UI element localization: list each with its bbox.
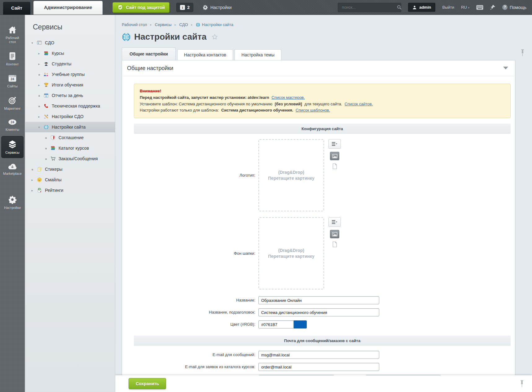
header-bg-dropzone[interactable]: (Drag&Drop) Перетащите картинку [258, 217, 324, 289]
tree-item-ratings[interactable]: Рейтинги [25, 185, 115, 196]
logo-image-button[interactable] [330, 152, 339, 160]
email-messages-input[interactable] [258, 351, 379, 359]
tree-item-students[interactable]: Студенты [25, 59, 115, 69]
rail-item-desktop[interactable]: Рабочий стол [1, 23, 24, 47]
expand-closed-icon[interactable] [37, 83, 41, 87]
chevron-down-icon: ▾ [468, 6, 469, 9]
search-input[interactable] [341, 5, 397, 10]
globe-icon [122, 33, 131, 42]
favorite-star-icon[interactable] [211, 33, 218, 40]
tree-item-study-groups[interactable]: Учебные группы [25, 69, 115, 80]
notification-count: 2 [187, 5, 190, 10]
expand-open-icon[interactable] [30, 41, 34, 45]
settings-tabs: Общие настройки Настройка контактов Наст… [115, 42, 532, 60]
expand-closed-icon[interactable] [30, 189, 34, 192]
settings-form: Внимание! Перед настройкой сайта, запуст… [122, 76, 515, 392]
save-button[interactable]: Сохранить [129, 378, 166, 389]
expand-closed-icon[interactable] [37, 62, 41, 66]
tree-item-agreement[interactable]: Соглашение [25, 132, 115, 143]
notifications-button[interactable]: i 2 [176, 3, 193, 12]
question-icon: ? [502, 5, 508, 10]
tree-item-daily-reports[interactable]: 31 Отчеты за день [25, 90, 115, 101]
rail-item-clients[interactable]: 24 Клиенты [1, 115, 24, 135]
logo-dropzone[interactable]: (Drag&Drop) Перетащите картинку [258, 139, 324, 211]
sites-list-link[interactable]: Список сайтов. [345, 102, 373, 106]
logout-link[interactable]: Выйти [442, 5, 454, 10]
target-icon [8, 96, 17, 105]
tree-item-sdo-settings[interactable]: Настройки СДО [25, 111, 115, 122]
rail-item-services[interactable]: Сервисы [1, 136, 24, 158]
administration-tab[interactable]: Администрирование [33, 1, 103, 15]
site-name-input[interactable] [258, 296, 379, 304]
sidebar-title: Сервисы [25, 15, 115, 36]
email-orders-input[interactable] [258, 363, 379, 371]
site-tab[interactable]: Сайт [3, 2, 30, 15]
breadcrumb-services[interactable]: Сервисы [155, 22, 172, 27]
breadcrumb-separator-icon: ▸ [175, 23, 176, 26]
expand-open-icon[interactable] [37, 126, 41, 129]
tree-item-stickers[interactable]: Стикеры [25, 164, 115, 174]
tree-item-site-settings[interactable]: Настройки сайта [25, 122, 115, 132]
header-bg-file-icon[interactable] [332, 241, 337, 247]
leaf-bullet-icon [44, 157, 48, 161]
image-icon [332, 154, 337, 158]
globe-icon [43, 125, 49, 130]
leaf-bullet-icon [37, 73, 41, 76]
cart-icon [50, 156, 56, 161]
rail-item-marketplace[interactable]: Marketplace [1, 159, 24, 179]
tree-item-smileys[interactable]: Смайлы [25, 174, 115, 185]
rail-item-marketing[interactable]: Маркетинг [1, 93, 24, 114]
leaf-bullet-icon [30, 168, 34, 171]
breadcrumb-site-settings[interactable]: Настройки сайта [196, 22, 233, 27]
breadcrumb-sdo[interactable]: СДО [179, 22, 188, 27]
email-messages-label: E-mail для сообщений: [134, 351, 258, 359]
rail-item-sites[interactable]: 24 Сайты [1, 71, 24, 92]
tools-icon [43, 114, 49, 119]
expand-closed-icon[interactable] [37, 52, 41, 55]
site-protected-button[interactable]: Сайт под защитой [112, 2, 169, 13]
search-icon[interactable] [397, 5, 402, 10]
masters-list-link[interactable]: Список мастеров. [271, 95, 305, 100]
hamburger-icon [332, 142, 337, 146]
breadcrumb-desktop[interactable]: Рабочий стол [122, 22, 147, 27]
header-bg-image-button[interactable] [330, 230, 339, 238]
tree-item-tech-support[interactable]: Техническая поддержка [25, 101, 115, 111]
header-bg-menu-button[interactable] [328, 217, 341, 227]
form-footer: Сохранить [115, 375, 532, 392]
tree-item-learning-results[interactable]: Итоги обучения [25, 80, 115, 90]
language-selector[interactable]: RU ▾ [461, 5, 469, 10]
home-icon [8, 26, 17, 34]
keyboard-icon[interactable] [476, 5, 483, 10]
site-subtitle-input[interactable] [258, 308, 379, 316]
site-name-row: Название: [134, 296, 511, 304]
pin-icon[interactable] [490, 5, 495, 10]
document-icon [8, 52, 16, 60]
templates-list-link[interactable]: Список шаблонов. [296, 108, 330, 112]
tree-item-course-catalog[interactable]: Каталог курсов [25, 143, 115, 153]
logo-file-icon[interactable] [332, 163, 337, 169]
pin-icon[interactable] [520, 380, 524, 387]
tab-general-settings[interactable]: Общие настройки [122, 47, 176, 60]
rail-item-content[interactable]: Контент [1, 48, 24, 70]
tab-theme-settings[interactable]: Настройка темы [235, 49, 281, 60]
topbar-settings-button[interactable]: Настройки [203, 5, 232, 10]
search-box[interactable] [338, 3, 401, 12]
user-menu-button[interactable]: admin [408, 3, 435, 12]
color-input[interactable] [258, 320, 294, 328]
expand-closed-icon[interactable] [37, 115, 41, 118]
tree-item-orders-messages[interactable]: Заказы/Сообщения [25, 153, 115, 164]
phone-icon [43, 104, 49, 108]
tree-item-sdo[interactable]: СДО [25, 37, 115, 48]
color-swatch[interactable] [294, 320, 307, 328]
leaf-bullet-icon [44, 136, 48, 139]
tab-contact-settings[interactable]: Настройка контактов [177, 49, 233, 60]
collapse-arrow-icon[interactable] [503, 67, 508, 69]
tree-item-courses[interactable]: Курсы [25, 48, 115, 59]
add-page-icon [37, 188, 42, 193]
expand-closed-icon[interactable] [30, 178, 34, 182]
help-button[interactable]: ? Помощь [502, 5, 526, 10]
logo-menu-button[interactable] [328, 139, 341, 149]
pin-icon[interactable] [521, 49, 525, 58]
rail-item-settings[interactable]: Настройки [1, 192, 24, 213]
hamburger-icon [332, 220, 337, 224]
